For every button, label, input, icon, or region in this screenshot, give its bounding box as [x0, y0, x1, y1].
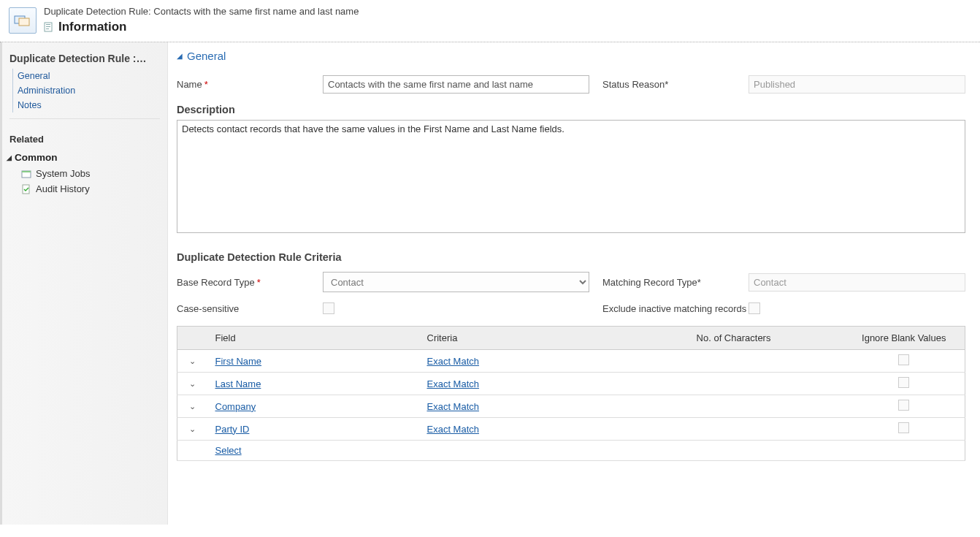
ignore-blank-checkbox[interactable] [898, 422, 909, 433]
chevron-down-icon[interactable]: ⌄ [187, 401, 199, 413]
col-criteria: Criteria [420, 327, 624, 350]
entity-icon [9, 7, 37, 34]
table-row: ⌄First NameExact Match [177, 350, 965, 373]
description-textarea[interactable] [177, 120, 965, 233]
required-mark: * [697, 277, 701, 288]
caret-down-icon: ◢ [177, 52, 183, 60]
status-reason-field[interactable]: Published [749, 75, 965, 94]
header-rule-name: Contacts with the same first name and la… [153, 6, 359, 17]
sidebar-nav-general[interactable]: General [18, 69, 167, 83]
header-title-line: Duplicate Detection Rule: Contacts with … [44, 6, 971, 17]
case-sensitive-checkbox[interactable] [323, 302, 334, 314]
ignore-blank-checkbox[interactable] [898, 400, 909, 411]
sidebar-item-system-jobs[interactable]: System Jobs [2, 166, 167, 181]
table-row: ⌄Last NameExact Match [177, 373, 965, 395]
chevron-down-icon[interactable]: ⌄ [187, 424, 199, 435]
criteria-type-link[interactable]: Exact Match [427, 356, 480, 367]
case-sensitive-label: Case-sensitive [177, 303, 323, 314]
sidebar-common-label: Common [15, 152, 58, 163]
svg-rect-5 [46, 28, 49, 29]
caret-down-icon: ◢ [7, 154, 12, 161]
chevron-down-icon[interactable]: ⌄ [187, 356, 199, 367]
col-ignore: Ignore Blank Values [843, 327, 965, 350]
table-row-select: Select [177, 441, 965, 461]
sidebar: Duplicate Detection Rule :… General Admi… [0, 42, 168, 525]
svg-rect-8 [23, 185, 29, 194]
info-icon [44, 22, 54, 32]
sidebar-divider [9, 118, 160, 119]
sidebar-item-audit-history[interactable]: Audit History [2, 181, 167, 197]
base-record-type-select[interactable]: Contact [323, 272, 589, 292]
matching-record-type-field[interactable]: Contact [749, 273, 965, 292]
chevron-down-icon[interactable]: ⌄ [187, 378, 199, 390]
sidebar-section-title: Duplicate Detection Rule :… [2, 50, 167, 67]
svg-rect-3 [46, 24, 50, 25]
criteria-field-link[interactable]: Party ID [215, 424, 250, 435]
matching-record-type-label: Matching Record Type* [602, 277, 749, 288]
col-field: Field [208, 327, 420, 350]
sidebar-nav-notes[interactable]: Notes [18, 98, 167, 113]
sidebar-nav-administration[interactable]: Administration [18, 83, 167, 98]
sidebar-item-label: System Jobs [36, 168, 90, 179]
criteria-table: Field Criteria No. of Characters Ignore … [177, 326, 965, 461]
col-toggle [177, 327, 208, 350]
section-general-header[interactable]: ◢ General [177, 50, 965, 62]
table-row: ⌄CompanyExact Match [177, 395, 965, 418]
exclude-inactive-checkbox[interactable] [749, 302, 760, 314]
required-mark: * [257, 277, 261, 288]
sidebar-common-group[interactable]: ◢ Common [2, 148, 167, 166]
criteria-heading: Duplicate Detection Rule Criteria [177, 251, 965, 263]
audit-history-icon [21, 184, 31, 194]
svg-rect-4 [46, 26, 50, 27]
svg-rect-1 [19, 18, 29, 26]
sidebar-item-label: Audit History [36, 183, 90, 194]
required-mark: * [665, 79, 668, 90]
col-numchars: No. of Characters [624, 327, 843, 350]
header-info-label: Information [58, 20, 127, 34]
section-general-label: General [187, 50, 226, 62]
base-record-type-label: Base Record Type* [177, 277, 323, 288]
page-header: Duplicate Detection Rule: Contacts with … [0, 0, 980, 42]
svg-rect-7 [22, 171, 31, 172]
criteria-type-link[interactable]: Exact Match [427, 401, 480, 412]
criteria-type-link[interactable]: Exact Match [427, 378, 480, 389]
criteria-field-link[interactable]: Company [215, 401, 256, 412]
criteria-select-link[interactable]: Select [215, 445, 242, 456]
status-reason-label: Status Reason* [602, 79, 749, 90]
criteria-field-link[interactable]: First Name [215, 356, 262, 367]
table-row: ⌄Party IDExact Match [177, 418, 965, 441]
name-input[interactable] [323, 75, 589, 94]
sidebar-related-label: Related [2, 129, 167, 148]
name-label: Name* [177, 79, 323, 90]
ignore-blank-checkbox[interactable] [898, 354, 909, 365]
required-mark: * [204, 79, 208, 90]
criteria-type-link[interactable]: Exact Match [427, 424, 480, 435]
main-content: ◢ General Name* Status Reason* Published… [168, 42, 980, 525]
exclude-inactive-label: Exclude inactive matching records [602, 303, 749, 314]
ignore-blank-checkbox[interactable] [898, 377, 909, 388]
criteria-field-link[interactable]: Last Name [215, 378, 261, 389]
duplicate-rule-icon [14, 14, 31, 27]
description-label: Description [177, 104, 965, 115]
system-jobs-icon [21, 169, 31, 179]
header-rule-prefix: Duplicate Detection Rule: [44, 6, 151, 17]
